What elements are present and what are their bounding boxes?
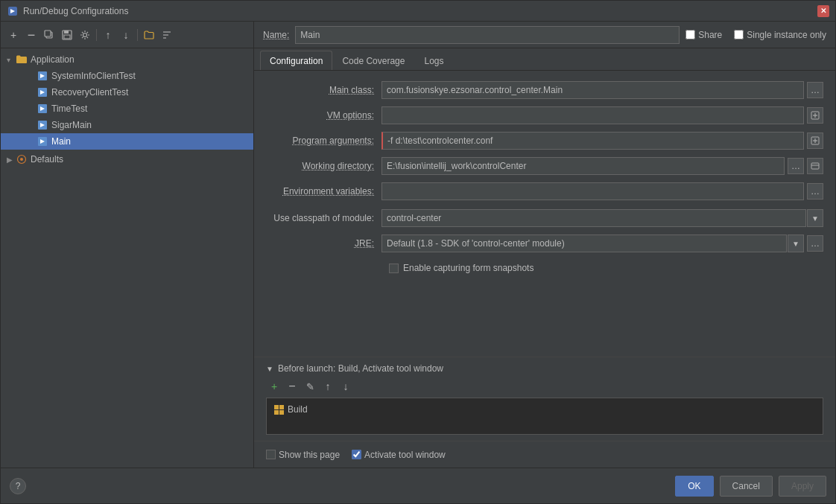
before-launch-label: Before launch: Build, Activate tool wind… <box>278 363 443 374</box>
env-vars-input[interactable] <box>381 182 804 200</box>
title-bar: Run/Debug Configurations ✕ <box>1 1 835 22</box>
timetest-icon <box>37 103 48 115</box>
show-page-label[interactable]: Show this page <box>266 450 340 460</box>
env-vars-browse-btn[interactable]: … <box>807 183 823 200</box>
single-instance-checkbox[interactable] <box>734 30 744 39</box>
close-button[interactable]: ✕ <box>817 5 829 17</box>
expand-arrow: ▾ <box>7 56 16 64</box>
share-checkbox-label[interactable]: Share <box>685 30 722 40</box>
program-args-input[interactable] <box>381 132 804 150</box>
vm-options-expand-btn[interactable] <box>807 107 823 124</box>
classpath-dropdown-arrow[interactable]: ▼ <box>807 209 823 227</box>
snapshots-checkbox[interactable] <box>389 264 399 273</box>
build-icon <box>273 403 285 415</box>
copy-button[interactable] <box>41 27 57 43</box>
help-button[interactable]: ? <box>10 478 26 494</box>
jre-select[interactable]: Default (1.8 - SDK of 'control-center' m… <box>381 235 787 252</box>
new-folder-button[interactable] <box>141 27 157 43</box>
tree-item-main[interactable]: ▾ Main <box>1 133 253 150</box>
systeminfotest-label: SystemInfoClientTest <box>51 71 136 81</box>
name-input[interactable] <box>295 26 680 44</box>
left-toolbar: + − <box>1 22 253 48</box>
classpath-select[interactable]: control-center <box>381 209 806 227</box>
title-text: Run/Debug Configurations <box>23 6 817 16</box>
settings-button[interactable] <box>77 27 93 43</box>
working-dir-var-btn[interactable] <box>807 158 823 174</box>
activate-window-text: Activate tool window <box>364 450 446 460</box>
defaults-arrow: ▶ <box>7 156 16 164</box>
main-content: + − <box>1 22 835 468</box>
share-checkbox[interactable] <box>685 30 695 39</box>
classpath-label: Use classpath of module: <box>266 213 381 223</box>
tree-item-application[interactable]: ▾ Application <box>1 51 253 68</box>
svg-rect-32 <box>279 405 284 409</box>
before-launch-up-btn[interactable]: ↑ <box>320 378 336 395</box>
move-down-button[interactable]: ↓ <box>118 27 134 43</box>
tree-item-systeminfotest[interactable]: ▾ SystemInfoClientTest <box>1 68 253 84</box>
before-launch-add-btn[interactable]: + <box>266 378 282 395</box>
footer-left: ? <box>10 478 26 494</box>
tab-code-coverage[interactable]: Code Coverage <box>332 51 414 70</box>
add-button[interactable]: + <box>5 27 22 43</box>
build-label: Build <box>288 404 308 415</box>
program-args-label: Program arguments: <box>266 135 381 146</box>
recoveryclienttest-label: RecoveryClientTest <box>51 87 128 98</box>
before-launch-edit-btn[interactable]: ✎ <box>302 378 318 395</box>
save-default-button[interactable] <box>59 27 75 43</box>
vm-options-label: VM options: <box>266 110 381 121</box>
window: Run/Debug Configurations ✕ + − <box>0 0 836 504</box>
svg-rect-29 <box>811 163 819 169</box>
jre-dropdown-arrow[interactable]: ▼ <box>788 235 804 252</box>
defaults-label: Defaults <box>31 154 63 165</box>
tree-item-recoveryclienttest[interactable]: ▾ RecoveryClientTest <box>1 84 253 101</box>
svg-rect-34 <box>279 410 284 415</box>
svg-point-22 <box>20 158 23 161</box>
main-class-input[interactable] <box>381 81 804 99</box>
activate-window-checkbox[interactable] <box>352 450 361 459</box>
svg-rect-3 <box>45 31 51 36</box>
vm-options-input-area <box>381 106 823 124</box>
tabs-bar: Configuration Code Coverage Logs <box>254 48 835 71</box>
tab-configuration[interactable]: Configuration <box>260 51 332 70</box>
before-launch-down-btn[interactable]: ↓ <box>338 378 354 395</box>
svg-rect-33 <box>274 410 279 415</box>
tab-logs[interactable]: Logs <box>414 51 453 70</box>
tree-item-defaults[interactable]: ▶ Defaults <box>1 151 253 168</box>
sort-button[interactable] <box>159 27 175 43</box>
vm-options-input[interactable] <box>381 106 804 124</box>
classpath-select-area: control-center ▼ <box>381 209 823 227</box>
env-vars-input-area: … <box>381 182 823 200</box>
move-up-button[interactable]: ↑ <box>100 27 116 43</box>
svg-rect-6 <box>64 35 70 39</box>
application-label: Application <box>31 54 75 65</box>
before-launch-toolbar: + − ✎ ↑ ↓ <box>266 378 823 395</box>
working-dir-row: Working directory: … <box>266 156 823 176</box>
jre-label: JRE: <box>266 238 381 249</box>
jre-browse-btn[interactable]: … <box>807 235 823 252</box>
left-panel: + − <box>1 22 254 468</box>
working-dir-browse-btn[interactable]: … <box>788 158 804 174</box>
application-folder-icon <box>16 54 28 66</box>
window-icon <box>7 5 19 17</box>
cancel-button[interactable]: Cancel <box>720 476 773 497</box>
systeminfotest-icon <box>37 70 48 82</box>
classpath-row: Use classpath of module: control-center … <box>266 208 823 229</box>
single-instance-label[interactable]: Single instance only <box>734 30 826 40</box>
ok-button[interactable]: OK <box>675 476 713 497</box>
working-dir-input[interactable] <box>381 157 785 175</box>
show-page-checkbox[interactable] <box>266 450 276 459</box>
defaults-icon <box>16 153 28 165</box>
tree-item-timetest[interactable]: ▾ TimeTest <box>1 101 253 117</box>
before-launch-collapse[interactable]: ▼ <box>266 365 273 373</box>
env-vars-label: Environment variables: <box>266 186 381 197</box>
activate-window-label[interactable]: Activate tool window <box>352 450 446 460</box>
main-class-input-area: … <box>381 81 823 99</box>
tree-item-sigarmain[interactable]: ▾ SigarMain <box>1 117 253 133</box>
remove-button[interactable]: − <box>23 27 39 43</box>
before-launch-remove-btn[interactable]: − <box>284 378 300 395</box>
tree-area: ▾ Application ▾ <box>1 48 253 468</box>
main-class-browse-btn[interactable]: … <box>807 82 823 98</box>
program-args-expand-btn[interactable] <box>807 133 823 149</box>
launch-item-build[interactable]: Build <box>270 401 820 418</box>
apply-button[interactable]: Apply <box>779 476 826 497</box>
